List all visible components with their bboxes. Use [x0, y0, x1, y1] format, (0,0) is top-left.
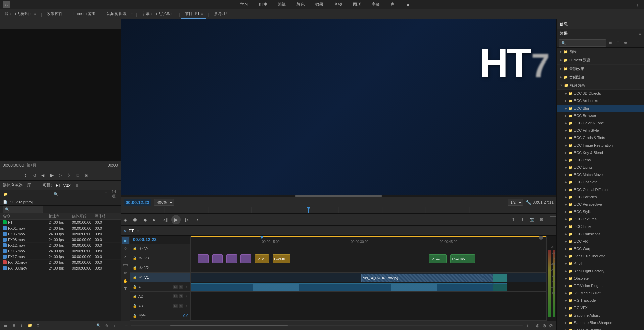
tab-reference[interactable]: 参考: PT	[211, 10, 233, 19]
media-row[interactable]: FX08.mov 24.00 fps 00:00:00:00 00:0	[0, 237, 121, 243]
tool-razor[interactable]: ✂	[122, 253, 129, 260]
sequence-select[interactable]: 1/2	[508, 199, 523, 206]
menu-audio[interactable]: 音频	[333, 1, 343, 8]
source-step-back-button[interactable]: ◁	[31, 172, 38, 179]
audio-clip-a1-2[interactable]	[493, 283, 507, 292]
clip-v3-8[interactable]: Fx12.mov	[450, 254, 475, 263]
tab-source[interactable]: 源：（无剪辑） ≡	[1, 10, 40, 19]
clip-v1-1[interactable]: Visi_ual_LAYOUT.mov [V]	[361, 274, 493, 282]
effect-item-bcc-time[interactable]: ▶ 📁 BCC Time	[557, 223, 644, 230]
effect-item-bcc-3d-objects[interactable]: ▶ 📁 BCC 3D Objects	[557, 90, 644, 97]
timeline-menu-button[interactable]: ≡	[136, 229, 139, 233]
effect-item-bcc-obsolete[interactable]: ▶ 📁 BCC Obsolete	[557, 178, 644, 186]
clip-v3-2[interactable]	[212, 254, 223, 263]
effect-item-bcc-stylize[interactable]: ▶ 📁 BCC Stylize	[557, 208, 644, 215]
media-bottom-search-icon[interactable]: 🔍	[96, 323, 102, 329]
track-v4-vis[interactable]: 👁	[138, 246, 143, 251]
effect-item-bcc-optical-diffusion[interactable]: ▶ 📁 BCC Optical Diffusion	[557, 186, 644, 193]
prog-mark-in[interactable]: ◈	[121, 216, 129, 224]
track-v3-lock[interactable]: 🔒	[132, 256, 137, 260]
export-button[interactable]: ↑	[634, 1, 641, 8]
program-timecode[interactable]: 00:00:12:23	[124, 199, 151, 206]
track-v1-vis[interactable]: 👁	[138, 275, 143, 280]
tab-effects-controls[interactable]: 效果控件	[43, 10, 66, 19]
effect-item-sapphire-builder[interactable]: ▶ 📁 Sapphire Builder	[557, 326, 644, 330]
timeline-close-icon[interactable]: ×	[124, 229, 126, 233]
source-play-reverse-button[interactable]: ◀	[40, 172, 46, 179]
effect-item-boris-fx-silhouette[interactable]: ▶ 📁 Boris FX Silhouette	[557, 252, 644, 260]
menu-learn[interactable]: 学习	[239, 1, 249, 8]
tool-type[interactable]: T	[122, 285, 129, 293]
prog-markers[interactable]: ◆	[141, 216, 149, 224]
tool-slip[interactable]: ⟺	[122, 261, 129, 269]
track-a1-solo[interactable]: M	[173, 285, 178, 289]
tl-zoom-slider[interactable]	[131, 325, 523, 326]
media-search-icon[interactable]: 🔍	[53, 191, 59, 197]
effect-item-bcc-lens[interactable]: ▶ 📁 BCC Lens	[557, 156, 644, 164]
prog-step-back[interactable]: ◁|	[161, 216, 169, 224]
media-row[interactable]: FX05.mov 24.00 fps 00:00:00:00 00:0	[0, 231, 121, 237]
tl-zoom-out[interactable]: −	[124, 323, 129, 328]
source-step-forward-button[interactable]: ▷	[57, 172, 64, 179]
prog-to-in[interactable]: ⇤	[151, 216, 159, 224]
effect-item-sapphire-blur+sharpen[interactable]: ▶ 📁 Sapphire Blur+Sharpen	[557, 319, 644, 326]
prog-export-frame[interactable]: 📷	[528, 216, 536, 223]
tool-selection[interactable]: ▶	[122, 237, 129, 244]
project-menu-button[interactable]: ≡	[76, 183, 78, 188]
media-search-input[interactable]	[3, 206, 43, 213]
clip-v3-4[interactable]	[240, 254, 251, 263]
source-to-inpoint-button[interactable]: ⟨	[22, 172, 29, 179]
prog-step-forward[interactable]: |▷	[183, 216, 191, 224]
tl-bottom-icon-2[interactable]: ⊗	[542, 323, 547, 328]
media-row[interactable]: FX_03.mov 24.00 fps 00:00:00:00 00:0	[0, 265, 121, 271]
preview-scrollbar[interactable]	[121, 195, 556, 197]
tab-program-menu[interactable]: ≡	[201, 12, 203, 16]
program-playhead[interactable]	[308, 207, 309, 213]
library-tab[interactable]: 库	[27, 182, 31, 188]
effect-item-re:vision-plug-ins[interactable]: ▶ 📁 RE:Vision Plug-ins	[557, 282, 644, 289]
track-a2-solo[interactable]: M	[173, 294, 178, 298]
media-browser-tab[interactable]: 媒体浏览器	[3, 182, 23, 188]
effect-item-bcc-grads-&-tints[interactable]: ▶ 📁 BCC Grads & Tints	[557, 134, 644, 141]
track-v1-lock[interactable]: 🔒	[132, 275, 137, 280]
prog-to-out[interactable]: ⇥	[193, 216, 201, 224]
menu-effects[interactable]: 效果	[314, 1, 325, 8]
track-a3-lock[interactable]: 🔒	[132, 304, 137, 308]
track-v3-vis[interactable]: 👁	[138, 256, 143, 260]
zoom-select[interactable]: 400% 200% 100% Fit	[154, 199, 174, 206]
track-a1-lock[interactable]: 🔒	[132, 285, 137, 289]
wrench-icon[interactable]: 🔧	[526, 200, 531, 205]
source-add-button[interactable]: +	[92, 172, 99, 179]
effect-item-bcc-color-&-tone[interactable]: ▶ 📁 BCC Color & Tone	[557, 119, 644, 127]
effect-category-header[interactable]: ▶ 📁 音频过渡	[557, 73, 644, 81]
track-v4-lock[interactable]: 🔒	[132, 246, 137, 251]
source-overwrite-button[interactable]: ▣	[83, 172, 90, 179]
effect-item-bcc-transitions[interactable]: ▶ 📁 BCC Transitions	[557, 230, 644, 238]
effects-search-input[interactable]	[559, 39, 606, 47]
effect-item-bcc-lights[interactable]: ▶ 📁 BCC Lights	[557, 164, 644, 171]
prog-extract[interactable]: ⬇	[519, 216, 526, 223]
menu-edit[interactable]: 编辑	[276, 1, 287, 8]
clip-v3-5[interactable]: FX_0	[255, 254, 269, 263]
effect-item-bcc-particles[interactable]: ▶ 📁 BCC Particles	[557, 193, 644, 201]
tab-lumetri[interactable]: Lumetri 范围	[70, 10, 99, 19]
menu-library[interactable]: 库	[389, 1, 396, 8]
effect-category-header[interactable]: ▶ 📁 预设	[557, 48, 644, 56]
effect-item-bcc-vr[interactable]: ▶ 📁 BCC VR	[557, 238, 644, 245]
media-row[interactable]: FX15.mov 24.00 fps 00:00:00:00 00:0	[0, 248, 121, 254]
audio-clip-a1[interactable]	[191, 283, 493, 292]
effect-item-sapphire-adjust[interactable]: ▶ 📁 Sapphire Adjust	[557, 312, 644, 319]
source-insert-button[interactable]: ◫	[75, 172, 81, 179]
tab-captions[interactable]: 字幕：（无字幕）	[138, 10, 177, 19]
menu-captions[interactable]: 字幕	[370, 1, 381, 8]
media-list-icon[interactable]: ☰	[103, 191, 109, 197]
media-bottom-new-icon[interactable]: +	[112, 323, 118, 329]
tool-pen[interactable]: ✏	[122, 269, 129, 277]
clip-v3-1[interactable]	[198, 254, 209, 263]
media-bottom-grid-icon[interactable]: ⊞	[11, 323, 17, 329]
media-bottom-folder-icon[interactable]: 📁	[27, 323, 33, 329]
menu-assembly[interactable]: 组件	[258, 1, 268, 8]
tl-bottom-icon-3[interactable]: ⊘	[548, 323, 554, 328]
media-row[interactable]: PT 24.00 fps 00:00:00:00 00:0	[0, 220, 121, 225]
effects-menu-button[interactable]: ≡	[639, 31, 641, 36]
